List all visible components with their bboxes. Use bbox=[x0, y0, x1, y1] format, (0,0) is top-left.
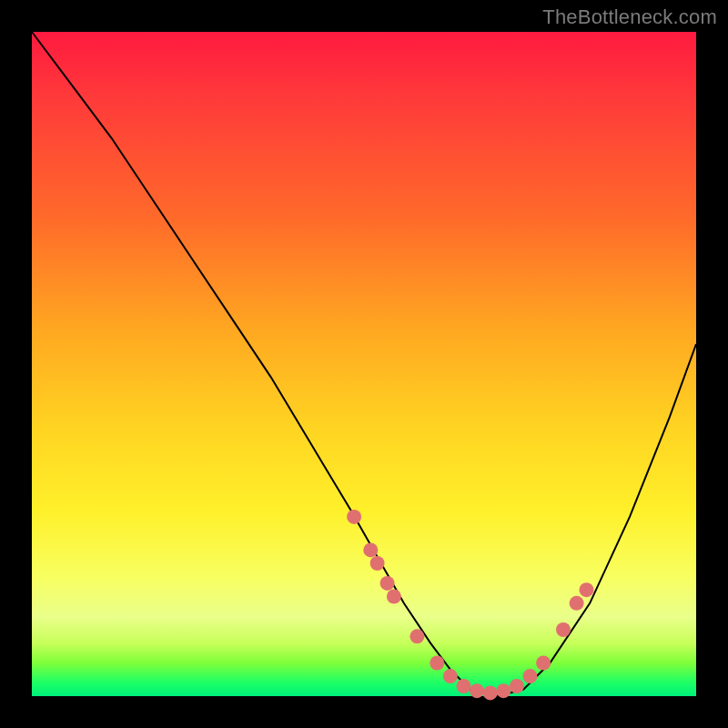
plot-area bbox=[32, 32, 696, 696]
chart-svg bbox=[32, 32, 696, 696]
curve-marker bbox=[496, 683, 511, 698]
curve-marker bbox=[370, 556, 385, 571]
watermark-text: TheBottleneck.com bbox=[542, 5, 717, 29]
curve-marker bbox=[523, 669, 538, 683]
curve-marker bbox=[470, 683, 484, 698]
curve-marker bbox=[430, 656, 444, 671]
curve-marker bbox=[510, 679, 524, 693]
curve-marker bbox=[536, 656, 551, 671]
chart-frame: TheBottleneck.com bbox=[0, 0, 728, 728]
curve-marker bbox=[483, 685, 498, 700]
curve-marker bbox=[380, 576, 395, 591]
curve-marker bbox=[457, 679, 471, 693]
curve-marker bbox=[580, 582, 594, 597]
curve-marker bbox=[556, 622, 571, 637]
curve-marker bbox=[363, 542, 378, 557]
curve-marker bbox=[570, 596, 584, 611]
curve-marker bbox=[410, 629, 424, 643]
curve-marker bbox=[347, 510, 361, 524]
curve-markers bbox=[347, 510, 593, 701]
bottleneck-curve bbox=[32, 32, 696, 696]
curve-marker bbox=[443, 669, 458, 683]
curve-marker bbox=[387, 590, 401, 604]
